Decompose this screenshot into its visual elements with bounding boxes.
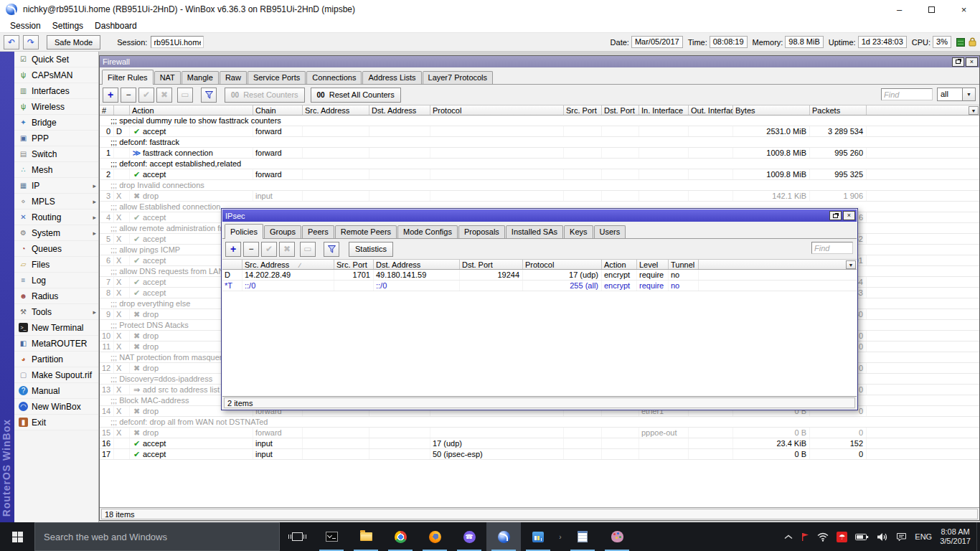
remove-rule-button[interactable]: − [121,88,136,103]
close-button[interactable]: × [948,0,980,19]
sidebar-item-tools[interactable]: ⚒ Tools ▸ [14,304,98,320]
taskbar-firefox-button[interactable] [418,522,452,551]
minimize-button[interactable]: – [883,0,915,19]
column-selector-button[interactable]: ▼ [846,260,856,269]
ipsec-policy-row[interactable]: D14.202.28.49170149.180.141.591924417 (u… [222,270,857,281]
firewall-rule-row[interactable]: 0D✔acceptforward2531.0 MiB3 289 534 [100,126,979,137]
ipsec-col-flag[interactable] [222,260,242,269]
ipsec-tab-groups[interactable]: Groups [264,225,301,238]
ipsec-col-src-address[interactable]: Src. Address∕ [242,260,334,269]
enable-rule-button[interactable]: ✔ [138,88,154,103]
ipsec-find-input[interactable] [811,242,853,254]
firewall-comment-row[interactable]: ;;; defconf: fasttrack [100,137,979,148]
sidebar-item-queues[interactable]: ◔ Queues [14,241,98,257]
flag-icon[interactable] [801,532,809,542]
ipsec-tab-remote-peers[interactable]: Remote Peers [335,225,397,238]
volume-icon[interactable] [877,532,888,542]
firewall-col-action[interactable]: Action [130,105,253,115]
ipsec-tab-proposals[interactable]: Proposals [458,225,505,238]
firewall-rule-row[interactable]: 2✔acceptforward1009.8 MiB995 325 [100,169,979,180]
firewall-find-input[interactable] [881,88,933,100]
firewall-titlebar[interactable]: Firewall × [100,56,979,67]
taskbar-cmd-button[interactable] [314,522,349,551]
sidebar-item-switch[interactable]: ▤ Switch [14,146,98,162]
taskbar-task-view-button[interactable] [280,522,314,551]
sidebar-item-radius[interactable]: ☻ Radius [14,288,98,304]
sidebar-item-ip[interactable]: ▦ IP ▸ [14,178,98,194]
firewall-rule-row[interactable]: 17✔acceptinput50 (ipsec-esp)0 B0 [100,449,979,460]
firewall-col-dst-port[interactable]: Dst. Port [602,105,639,115]
comment-button[interactable]: ▭ [177,88,193,103]
firewall-tab-service-ports[interactable]: Service Ports [248,71,306,84]
sidebar-item-quick-set[interactable]: ☑ Quick Set [14,52,98,67]
overflow-chevron-icon[interactable]: › [555,522,565,551]
sidebar-item-new-winbox[interactable]: ◠ New WinBox [14,399,98,415]
sidebar-item-ppp[interactable]: ▣ PPP [14,131,98,146]
sidebar-item-new-terminal[interactable]: >_ New Terminal [14,320,98,336]
firewall-col-dst-address[interactable]: Dst. Address [369,105,430,115]
firewall-comment-row[interactable]: ;;; special dummy rule to show fasttrack… [100,116,979,126]
chevron-up-icon[interactable] [784,534,793,540]
firewall-comment-row[interactable]: ;;; drop Invalid connections [100,180,979,191]
firewall-tab-nat[interactable]: NAT [154,71,181,84]
ipsec-col-level[interactable]: Level [637,260,669,269]
ipsec-col-protocol[interactable]: Protocol [523,260,602,269]
sidebar-item-manual[interactable]: ? Manual [14,383,98,399]
reset-counters-button[interactable]: 00 Reset Counters [225,88,305,103]
enable-policy-button[interactable]: ✔ [261,242,277,257]
sidebar-item-files[interactable]: ▱ Files [14,257,98,273]
maximize-button[interactable] [915,0,948,19]
ipsec-titlebar[interactable]: IPsec × [222,209,857,222]
firewall-rule-row[interactable]: 3X✖dropinput142.1 KiB1 906 [100,191,979,202]
sidebar-item-capsman[interactable]: ψ CAPsMAN [14,67,98,83]
ipsec-close-button[interactable]: × [843,211,855,220]
firewall-col-in-interface[interactable]: In. Interface [639,105,689,115]
ipsec-col-tunnel[interactable]: Tunnel [669,260,699,269]
reset-all-counters-button[interactable]: 00 Reset All Counters [311,88,401,103]
battery-icon[interactable] [855,533,869,541]
menu-session[interactable]: Session [4,21,47,31]
firewall-col-src-port[interactable]: Src. Port [564,105,602,115]
firewall-comment-row[interactable]: ;;; defconf: accept established,related [100,159,979,169]
remove-policy-button[interactable]: − [243,242,259,257]
sidebar-item-interfaces[interactable]: ▥ Interfaces [14,83,98,99]
sidebar-item-mpls[interactable]: ⋄ MPLS ▸ [14,194,98,209]
firewall-close-button[interactable]: × [966,57,978,67]
sidebar-item-routing[interactable]: ✕ Routing ▸ [14,209,98,225]
safe-mode-button[interactable]: Safe Mode [47,35,100,50]
column-selector-button[interactable]: ▼ [969,106,979,115]
firewall-col-chain[interactable]: Chain [253,105,303,115]
taskbar-paint-button[interactable] [600,522,634,551]
disable-rule-button[interactable]: ✖ [156,88,172,103]
statistics-button[interactable]: Statistics [349,242,393,257]
show-desktop-button[interactable] [976,522,980,551]
add-rule-button[interactable]: + [103,88,118,103]
sidebar-item-mesh[interactable]: ∴ Mesh [14,162,98,178]
firewall-col-protocol[interactable]: Protocol [430,105,564,115]
taskbar-notepad-button[interactable] [565,522,600,551]
firewall-rule-row[interactable]: 15X✖dropforwardpppoe-out0 B0 [100,428,979,438]
firewall-rule-row[interactable]: 1≫fasttrack connectionforward1009.8 MiB9… [100,148,979,159]
firewall-col-out-interface[interactable]: Out. Interface [689,105,733,115]
firewall-tab-layer7-protocols[interactable]: Layer7 Protocols [423,71,494,84]
redo-button[interactable]: ↷ [23,35,39,50]
sidebar-item-bridge[interactable]: ✦ Bridge [14,115,98,131]
ipsec-col-action[interactable]: Action [602,260,637,269]
firewall-tab-raw[interactable]: Raw [220,71,247,84]
firewall-col-src-address[interactable]: Src. Address [303,105,369,115]
firewall-rule-row[interactable]: 16✔acceptinput17 (udp)23.4 KiB152 [100,438,979,449]
language-indicator[interactable]: ENG [915,532,932,541]
undo-button[interactable]: ↶ [4,35,19,50]
ipsec-col-src-port[interactable]: Src. Port [334,260,374,269]
cpu-graph-icon[interactable] [956,38,965,47]
ipsec-tab-keys[interactable]: Keys [564,225,593,238]
filter-button[interactable] [201,88,217,103]
ipsec-col-dst-address[interactable]: Dst. Address [374,260,460,269]
firewall-comment-row[interactable]: ;;; defconf: drop all from WAN not DSTNA… [100,417,979,428]
disable-policy-button[interactable]: ✖ [279,242,295,257]
ipsec-policy-row[interactable]: *T::/0::/0255 (all)encryptrequireno [222,281,857,291]
combo-arrow-icon[interactable]: ▼ [963,88,976,101]
sidebar-item-partition[interactable]: ◕ Partition [14,352,98,367]
sidebar-item-metarouter[interactable]: ◧ MetaROUTER [14,336,98,352]
ipsec-restore-button[interactable] [829,211,842,220]
